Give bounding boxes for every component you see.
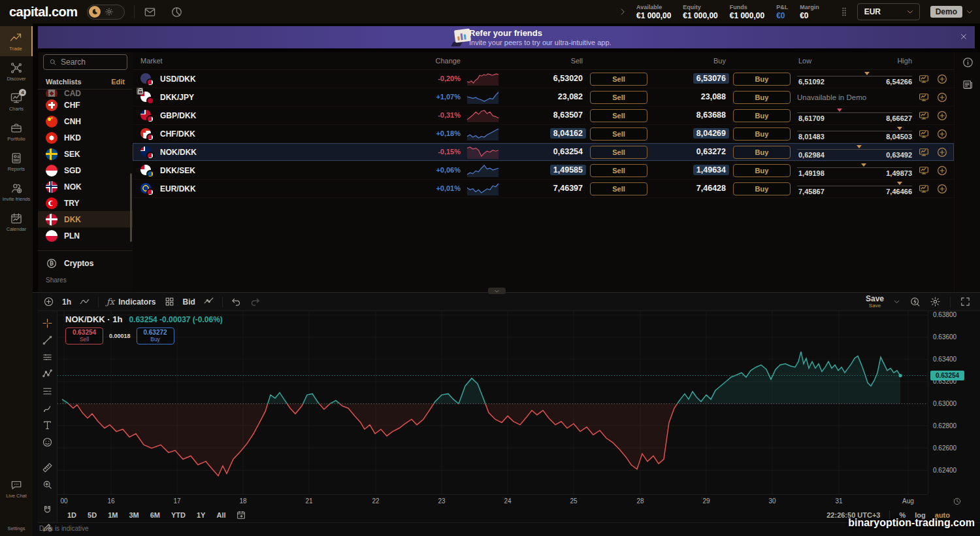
market-pair[interactable]: GBP/DKK [140, 107, 196, 125]
buy-button[interactable]: Buy [733, 73, 791, 86]
watchlist-scrollbar[interactable] [130, 173, 132, 242]
parallel-tool-icon[interactable] [42, 352, 53, 363]
market-row-usd-dkk[interactable]: USD/DKK-0,20%6,53020Sell6,53076Buy6,5109… [133, 70, 954, 88]
nav-item-reports[interactable]: Reports [0, 146, 33, 176]
open-chart-icon[interactable] [918, 165, 930, 176]
watchlist-item-nok[interactable]: NOK [38, 178, 133, 195]
info-icon[interactable] [962, 56, 974, 69]
timeframe-5d[interactable]: 5D [83, 510, 101, 520]
add-to-watchlist-icon[interactable] [936, 92, 948, 103]
interval-button[interactable]: 1h [62, 297, 71, 307]
add-to-watchlist-icon[interactable] [936, 183, 948, 195]
buy-button[interactable]: Buy [733, 146, 791, 159]
buy-button[interactable]: Buy [733, 164, 791, 177]
fib-tool-icon[interactable] [42, 386, 53, 397]
indicators-button[interactable]: Indicators [118, 297, 155, 307]
timeframe-6m[interactable]: 6M [146, 510, 165, 520]
timeframe-1d[interactable]: 1D [63, 510, 81, 520]
pitch-tool-icon[interactable] [42, 369, 53, 380]
market-pair[interactable]: NOK/DKK [140, 143, 197, 161]
add-to-watchlist-icon[interactable] [936, 146, 948, 158]
timeframe-3m[interactable]: 3M [124, 510, 143, 520]
buy-button[interactable]: Buy [733, 127, 791, 141]
price-chart[interactable]: NOK/DKK · 1h 0.63254 -0.00037 (-0.06%) 0… [57, 311, 928, 494]
go-to-date-icon[interactable] [236, 510, 246, 520]
currency-select[interactable]: EUR [857, 3, 920, 20]
demo-badge[interactable]: Demo [930, 6, 962, 18]
nav-item-calendar[interactable]: Calendar [0, 207, 33, 237]
panel-collapse-handle[interactable] [488, 288, 506, 294]
nav-item-invite-friends[interactable]: Invite friends [0, 176, 33, 207]
market-pair[interactable]: CHF/DKK [140, 125, 195, 143]
layout-grid-icon[interactable] [164, 296, 175, 307]
market-pair[interactable]: DKK/SEK [140, 161, 195, 180]
fx-icon[interactable]: ƒx [106, 297, 114, 307]
watchlist-item-hkd[interactable]: HKD [38, 129, 133, 146]
add-symbol-icon[interactable] [43, 296, 54, 307]
nav-item-live-chat[interactable]: Live Chat [0, 473, 33, 503]
sell-button[interactable]: Sell [590, 127, 647, 141]
timeframe-1y[interactable]: 1Y [192, 510, 210, 520]
open-chart-icon[interactable] [918, 146, 930, 158]
watchlist-item-chf[interactable]: CHF [38, 97, 133, 113]
bid-selector[interactable]: Bid [183, 297, 195, 307]
open-chart-icon[interactable] [918, 73, 930, 85]
chart-buy-button[interactable]: 0.63272 Buy [137, 327, 174, 344]
market-row-chf-dkk[interactable]: CHF/DKK+0,18%8,04162Sell8,04269Buy8,0148… [133, 125, 954, 143]
market-row-dkk-sek[interactable]: DKK/SEK+0,06%1,49585Sell1,49634Buy1,4919… [133, 161, 954, 180]
watchlist-item-sek[interactable]: SEK [38, 146, 133, 162]
demo-chevron-icon[interactable] [966, 8, 973, 16]
market-row-eur-dkk[interactable]: EUR/DKK+0,01%7,46397Sell7,46428Buy7,4586… [133, 180, 954, 198]
zoomin-tool-icon[interactable] [42, 479, 53, 490]
market-pair[interactable]: USD/DKK [140, 70, 196, 88]
mail-icon[interactable] [144, 6, 156, 18]
smiley-tool-icon[interactable] [42, 437, 53, 448]
open-chart-icon[interactable] [918, 128, 930, 140]
edit-watchlists-button[interactable]: Edit [111, 78, 125, 86]
add-to-watchlist-icon[interactable] [936, 165, 948, 176]
buy-button[interactable]: Buy [733, 91, 791, 104]
nav-item-trade[interactable]: Trade [0, 26, 33, 56]
save-button[interactable]: Save Save [866, 295, 884, 309]
sell-button[interactable]: Sell [590, 182, 647, 195]
snapshot-icon[interactable] [909, 296, 921, 307]
watchlist-item-cnh[interactable]: CNH [38, 113, 133, 129]
pie-chart-icon[interactable] [171, 6, 183, 18]
nav-item-portfolio[interactable]: Portfolio [0, 116, 33, 146]
search-input[interactable]: Search [43, 54, 127, 70]
sell-button[interactable]: Sell [590, 109, 647, 122]
watchlist-item-dkk[interactable]: DKK [38, 211, 133, 227]
sell-button[interactable]: Sell [590, 146, 647, 159]
market-pair[interactable]: EUR/DKK [140, 180, 196, 198]
chart-sell-button[interactable]: 0.63254 Sell [65, 327, 103, 344]
open-chart-icon[interactable] [918, 183, 930, 195]
timeframe-ytd[interactable]: YTD [167, 510, 190, 520]
theme-toggle[interactable] [87, 5, 125, 20]
collapse-stats-icon[interactable] [618, 7, 627, 16]
watchlist-item-try[interactable]: TRY [38, 195, 133, 211]
nav-item-settings[interactable]: Settings [0, 506, 33, 536]
tline-tool-icon[interactable] [42, 335, 53, 346]
sell-button[interactable]: Sell [590, 91, 647, 104]
chart-style-icon[interactable] [79, 296, 90, 307]
buy-button[interactable]: Buy [733, 109, 791, 122]
close-icon[interactable] [959, 32, 968, 41]
save-chevron-icon[interactable] [893, 298, 900, 305]
add-to-watchlist-icon[interactable] [936, 128, 948, 140]
buy-button[interactable]: Buy [733, 182, 791, 195]
sell-button[interactable]: Sell [590, 164, 647, 177]
nav-item-charts[interactable]: 4Charts [0, 86, 33, 116]
compare-icon[interactable] [203, 296, 214, 307]
timeframe-1m[interactable]: 1M [103, 510, 122, 520]
timeframe-all[interactable]: All [212, 510, 230, 520]
ruler-tool-icon[interactable] [42, 462, 53, 473]
referral-banner[interactable]: Refer your friends Invite your peers to … [38, 26, 975, 48]
text-tool-icon[interactable] [42, 420, 53, 431]
nav-item-discover[interactable]: Discover [0, 56, 33, 86]
watchlist-item-sgd[interactable]: SGD [38, 162, 133, 178]
market-row-dkk-jpy[interactable]: DKK/JPY+1,07%23,082Sell23,088BuyUnavaila… [133, 88, 954, 107]
more-options-icon[interactable] [839, 5, 849, 18]
news-icon[interactable] [962, 78, 974, 91]
timezone-icon[interactable] [953, 497, 962, 506]
sell-button[interactable]: Sell [590, 73, 647, 86]
